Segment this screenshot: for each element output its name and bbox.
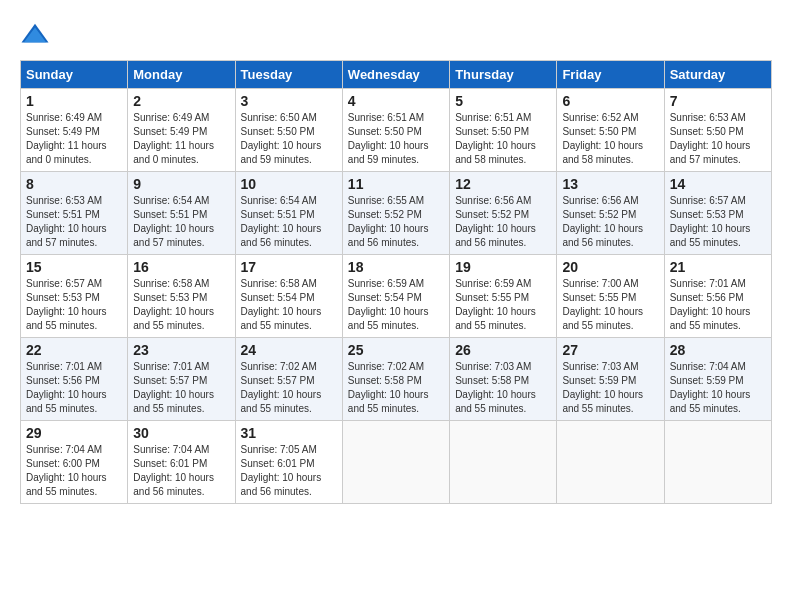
day-info: Sunrise: 7:01 AMSunset: 5:56 PMDaylight:…: [26, 360, 122, 416]
day-info: Sunrise: 6:58 AMSunset: 5:54 PMDaylight:…: [241, 277, 337, 333]
week-row-3: 15Sunrise: 6:57 AMSunset: 5:53 PMDayligh…: [21, 255, 772, 338]
day-number: 25: [348, 342, 444, 358]
calendar-cell: 8Sunrise: 6:53 AMSunset: 5:51 PMDaylight…: [21, 172, 128, 255]
calendar-cell: 26Sunrise: 7:03 AMSunset: 5:58 PMDayligh…: [450, 338, 557, 421]
day-info: Sunrise: 7:04 AMSunset: 6:01 PMDaylight:…: [133, 443, 229, 499]
week-row-1: 1Sunrise: 6:49 AMSunset: 5:49 PMDaylight…: [21, 89, 772, 172]
day-info: Sunrise: 6:51 AMSunset: 5:50 PMDaylight:…: [348, 111, 444, 167]
day-number: 14: [670, 176, 766, 192]
day-number: 21: [670, 259, 766, 275]
day-info: Sunrise: 6:56 AMSunset: 5:52 PMDaylight:…: [455, 194, 551, 250]
day-info: Sunrise: 7:01 AMSunset: 5:57 PMDaylight:…: [133, 360, 229, 416]
calendar-cell: 11Sunrise: 6:55 AMSunset: 5:52 PMDayligh…: [342, 172, 449, 255]
day-number: 9: [133, 176, 229, 192]
calendar-cell: 23Sunrise: 7:01 AMSunset: 5:57 PMDayligh…: [128, 338, 235, 421]
calendar-cell: 14Sunrise: 6:57 AMSunset: 5:53 PMDayligh…: [664, 172, 771, 255]
calendar-cell: 19Sunrise: 6:59 AMSunset: 5:55 PMDayligh…: [450, 255, 557, 338]
calendar-cell: 5Sunrise: 6:51 AMSunset: 5:50 PMDaylight…: [450, 89, 557, 172]
day-info: Sunrise: 6:55 AMSunset: 5:52 PMDaylight:…: [348, 194, 444, 250]
calendar-cell: 12Sunrise: 6:56 AMSunset: 5:52 PMDayligh…: [450, 172, 557, 255]
day-info: Sunrise: 7:00 AMSunset: 5:55 PMDaylight:…: [562, 277, 658, 333]
day-number: 11: [348, 176, 444, 192]
day-info: Sunrise: 7:01 AMSunset: 5:56 PMDaylight:…: [670, 277, 766, 333]
calendar-cell: 29Sunrise: 7:04 AMSunset: 6:00 PMDayligh…: [21, 421, 128, 504]
calendar-cell: 2Sunrise: 6:49 AMSunset: 5:49 PMDaylight…: [128, 89, 235, 172]
day-info: Sunrise: 6:53 AMSunset: 5:50 PMDaylight:…: [670, 111, 766, 167]
calendar-cell: 17Sunrise: 6:58 AMSunset: 5:54 PMDayligh…: [235, 255, 342, 338]
day-info: Sunrise: 6:54 AMSunset: 5:51 PMDaylight:…: [241, 194, 337, 250]
day-number: 1: [26, 93, 122, 109]
logo: [20, 20, 54, 50]
weekday-header-row: SundayMondayTuesdayWednesdayThursdayFrid…: [21, 61, 772, 89]
day-number: 16: [133, 259, 229, 275]
calendar-cell: [342, 421, 449, 504]
week-row-2: 8Sunrise: 6:53 AMSunset: 5:51 PMDaylight…: [21, 172, 772, 255]
day-info: Sunrise: 7:03 AMSunset: 5:59 PMDaylight:…: [562, 360, 658, 416]
calendar-cell: 28Sunrise: 7:04 AMSunset: 5:59 PMDayligh…: [664, 338, 771, 421]
day-info: Sunrise: 7:04 AMSunset: 6:00 PMDaylight:…: [26, 443, 122, 499]
weekday-header-wednesday: Wednesday: [342, 61, 449, 89]
calendar-cell: 15Sunrise: 6:57 AMSunset: 5:53 PMDayligh…: [21, 255, 128, 338]
day-number: 13: [562, 176, 658, 192]
day-number: 23: [133, 342, 229, 358]
week-row-4: 22Sunrise: 7:01 AMSunset: 5:56 PMDayligh…: [21, 338, 772, 421]
day-number: 19: [455, 259, 551, 275]
day-info: Sunrise: 7:03 AMSunset: 5:58 PMDaylight:…: [455, 360, 551, 416]
day-number: 22: [26, 342, 122, 358]
day-number: 17: [241, 259, 337, 275]
calendar-cell: 10Sunrise: 6:54 AMSunset: 5:51 PMDayligh…: [235, 172, 342, 255]
day-number: 24: [241, 342, 337, 358]
day-info: Sunrise: 6:57 AMSunset: 5:53 PMDaylight:…: [670, 194, 766, 250]
weekday-header-monday: Monday: [128, 61, 235, 89]
calendar-cell: 4Sunrise: 6:51 AMSunset: 5:50 PMDaylight…: [342, 89, 449, 172]
calendar-cell: 21Sunrise: 7:01 AMSunset: 5:56 PMDayligh…: [664, 255, 771, 338]
calendar-cell: [450, 421, 557, 504]
calendar-cell: 16Sunrise: 6:58 AMSunset: 5:53 PMDayligh…: [128, 255, 235, 338]
day-number: 15: [26, 259, 122, 275]
calendar-cell: 25Sunrise: 7:02 AMSunset: 5:58 PMDayligh…: [342, 338, 449, 421]
day-info: Sunrise: 6:58 AMSunset: 5:53 PMDaylight:…: [133, 277, 229, 333]
calendar-cell: 30Sunrise: 7:04 AMSunset: 6:01 PMDayligh…: [128, 421, 235, 504]
day-number: 31: [241, 425, 337, 441]
calendar-cell: 13Sunrise: 6:56 AMSunset: 5:52 PMDayligh…: [557, 172, 664, 255]
day-info: Sunrise: 6:49 AMSunset: 5:49 PMDaylight:…: [26, 111, 122, 167]
weekday-header-friday: Friday: [557, 61, 664, 89]
day-info: Sunrise: 7:02 AMSunset: 5:58 PMDaylight:…: [348, 360, 444, 416]
day-info: Sunrise: 7:02 AMSunset: 5:57 PMDaylight:…: [241, 360, 337, 416]
calendar-cell: 24Sunrise: 7:02 AMSunset: 5:57 PMDayligh…: [235, 338, 342, 421]
logo-icon: [20, 20, 50, 50]
day-info: Sunrise: 6:54 AMSunset: 5:51 PMDaylight:…: [133, 194, 229, 250]
weekday-header-tuesday: Tuesday: [235, 61, 342, 89]
day-number: 5: [455, 93, 551, 109]
day-number: 30: [133, 425, 229, 441]
calendar-cell: 6Sunrise: 6:52 AMSunset: 5:50 PMDaylight…: [557, 89, 664, 172]
calendar-cell: 3Sunrise: 6:50 AMSunset: 5:50 PMDaylight…: [235, 89, 342, 172]
day-info: Sunrise: 6:57 AMSunset: 5:53 PMDaylight:…: [26, 277, 122, 333]
day-info: Sunrise: 7:04 AMSunset: 5:59 PMDaylight:…: [670, 360, 766, 416]
day-number: 26: [455, 342, 551, 358]
calendar-cell: 7Sunrise: 6:53 AMSunset: 5:50 PMDaylight…: [664, 89, 771, 172]
calendar-cell: 20Sunrise: 7:00 AMSunset: 5:55 PMDayligh…: [557, 255, 664, 338]
day-number: 10: [241, 176, 337, 192]
calendar-cell: 27Sunrise: 7:03 AMSunset: 5:59 PMDayligh…: [557, 338, 664, 421]
day-number: 8: [26, 176, 122, 192]
day-number: 7: [670, 93, 766, 109]
weekday-header-saturday: Saturday: [664, 61, 771, 89]
calendar-cell: 18Sunrise: 6:59 AMSunset: 5:54 PMDayligh…: [342, 255, 449, 338]
day-info: Sunrise: 6:56 AMSunset: 5:52 PMDaylight:…: [562, 194, 658, 250]
day-info: Sunrise: 6:49 AMSunset: 5:49 PMDaylight:…: [133, 111, 229, 167]
day-info: Sunrise: 6:53 AMSunset: 5:51 PMDaylight:…: [26, 194, 122, 250]
day-number: 18: [348, 259, 444, 275]
day-number: 20: [562, 259, 658, 275]
calendar-table: SundayMondayTuesdayWednesdayThursdayFrid…: [20, 60, 772, 504]
calendar-cell: 9Sunrise: 6:54 AMSunset: 5:51 PMDaylight…: [128, 172, 235, 255]
week-row-5: 29Sunrise: 7:04 AMSunset: 6:00 PMDayligh…: [21, 421, 772, 504]
day-number: 4: [348, 93, 444, 109]
day-info: Sunrise: 6:52 AMSunset: 5:50 PMDaylight:…: [562, 111, 658, 167]
calendar-cell: [557, 421, 664, 504]
calendar-cell: [664, 421, 771, 504]
day-number: 29: [26, 425, 122, 441]
weekday-header-sunday: Sunday: [21, 61, 128, 89]
day-info: Sunrise: 6:51 AMSunset: 5:50 PMDaylight:…: [455, 111, 551, 167]
calendar-cell: 1Sunrise: 6:49 AMSunset: 5:49 PMDaylight…: [21, 89, 128, 172]
